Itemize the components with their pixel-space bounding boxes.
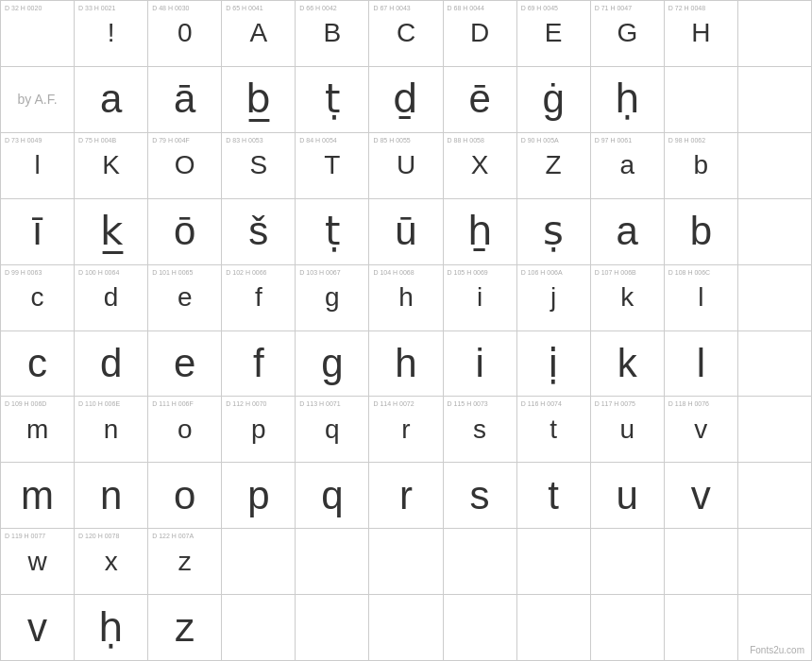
glyph-cell: a bbox=[75, 67, 148, 133]
cell-glyph-large: n bbox=[100, 476, 122, 516]
glyph-cell: e bbox=[148, 331, 222, 398]
cell-glyph-small: A bbox=[249, 20, 267, 46]
glyph-grid: D 32 H 0020D 33 H 0021!D 48 H 00300D 65 … bbox=[0, 0, 812, 661]
cell-glyph-large: ā bbox=[174, 79, 195, 119]
glyph-cell: z bbox=[148, 595, 222, 661]
glyph-cell bbox=[444, 595, 517, 661]
glyph-cell: ṭ bbox=[296, 199, 369, 265]
glyph-cell: by A.F. bbox=[1, 67, 75, 133]
cell-glyph-small: a bbox=[619, 152, 634, 178]
cell-glyph-large: ḥ bbox=[615, 79, 640, 119]
glyph-cell bbox=[738, 67, 812, 133]
glyph-cell: D 73 H 0049l bbox=[1, 133, 75, 199]
glyph-cell: u bbox=[591, 463, 665, 529]
cell-glyph-small: x bbox=[105, 549, 118, 575]
glyph-cell bbox=[738, 1, 812, 67]
cell-glyph-large: ḏ bbox=[393, 79, 418, 119]
glyph-cell bbox=[738, 199, 812, 265]
glyph-cell: D 97 H 0061a bbox=[591, 133, 665, 199]
cell-meta-label: D 113 H 0071 bbox=[299, 399, 340, 408]
cell-meta-label: D 116 H 0074 bbox=[521, 399, 562, 408]
glyph-cell: D 83 H 0053S bbox=[222, 133, 296, 199]
cell-glyph-large: ẖ bbox=[467, 212, 493, 251]
glyph-cell: D 103 H 0067g bbox=[296, 265, 369, 331]
glyph-cell bbox=[444, 529, 517, 595]
glyph-cell: D 106 H 006Aj bbox=[517, 265, 591, 331]
cell-meta-label: D 101 H 0065 bbox=[152, 268, 193, 277]
glyph-cell: m bbox=[1, 463, 75, 529]
cell-meta-label: D 109 H 006D bbox=[5, 399, 46, 408]
glyph-cell: ṭ bbox=[296, 67, 369, 133]
glyph-cell: D 116 H 0074t bbox=[517, 397, 591, 463]
glyph-cell: a bbox=[591, 199, 665, 265]
glyph-cell: k bbox=[591, 331, 665, 398]
glyph-cell: D 65 H 0041A bbox=[222, 1, 296, 67]
glyph-cell: p bbox=[222, 463, 296, 529]
glyph-cell: D 110 H 006En bbox=[75, 397, 148, 463]
glyph-cell: ō bbox=[148, 199, 222, 265]
cell-glyph-large: v bbox=[691, 476, 711, 516]
glyph-cell: D 84 H 0054T bbox=[296, 133, 369, 199]
cell-glyph-small: H bbox=[691, 20, 710, 46]
cell-glyph-large: b̲ bbox=[245, 79, 271, 119]
glyph-cell: D 105 H 0069i bbox=[444, 265, 517, 331]
glyph-cell: D 79 H 004FO bbox=[148, 133, 222, 199]
cell-glyph-large: ġ bbox=[542, 79, 564, 119]
glyph-cell bbox=[369, 529, 443, 595]
glyph-cell: v bbox=[665, 463, 738, 529]
cell-glyph-large: ṭ bbox=[325, 212, 340, 251]
glyph-cell: i bbox=[444, 331, 517, 398]
cell-glyph-large: d bbox=[100, 344, 122, 383]
cell-glyph-large: š bbox=[248, 212, 268, 251]
glyph-cell: D 101 H 0065e bbox=[148, 265, 222, 331]
glyph-cell: D 32 H 0020 bbox=[1, 1, 75, 67]
cell-glyph-small: g bbox=[325, 284, 340, 311]
cell-glyph-small: l bbox=[34, 152, 40, 178]
glyph-cell: D 115 H 0073s bbox=[444, 397, 517, 463]
glyph-cell bbox=[738, 529, 812, 595]
glyph-cell: ẖ bbox=[444, 199, 517, 265]
glyph-cell bbox=[738, 463, 812, 529]
cell-glyph-large: g bbox=[321, 344, 343, 383]
glyph-cell: D 88 H 0058X bbox=[444, 133, 517, 199]
glyph-cell: D 114 H 0072r bbox=[369, 397, 443, 463]
cell-glyph-large: q bbox=[321, 476, 343, 516]
cell-glyph-small: w bbox=[27, 549, 46, 575]
cell-glyph-large: k̲ bbox=[100, 212, 123, 251]
glyph-cell: r bbox=[369, 463, 443, 529]
cell-glyph-large: k bbox=[617, 344, 637, 383]
cell-glyph-large: u bbox=[617, 476, 638, 516]
glyph-cell: k̲ bbox=[75, 199, 148, 265]
glyph-cell: ḏ bbox=[369, 67, 443, 133]
glyph-cell: D 71 H 0047G bbox=[591, 1, 665, 67]
cell-glyph-small: K bbox=[102, 152, 120, 178]
cell-glyph-small: U bbox=[397, 152, 415, 178]
cell-glyph-small: 0 bbox=[178, 20, 193, 46]
cell-glyph-large: t bbox=[548, 476, 559, 516]
cell-glyph-large: f bbox=[253, 344, 264, 383]
cell-glyph-small: ! bbox=[108, 20, 115, 46]
glyph-cell: c bbox=[1, 331, 75, 398]
cell-glyph-large: ū bbox=[395, 212, 416, 251]
glyph-cell: D 48 H 00300 bbox=[148, 1, 222, 67]
cell-glyph-large: c bbox=[27, 344, 47, 383]
glyph-cell: D 100 H 0064d bbox=[75, 265, 148, 331]
glyph-cell bbox=[296, 595, 369, 661]
glyph-cell: D 99 H 0063c bbox=[1, 265, 75, 331]
glyph-cell: b̲ bbox=[222, 67, 296, 133]
glyph-cell: h bbox=[369, 331, 443, 398]
cell-meta-label: D 111 H 006F bbox=[152, 399, 194, 408]
glyph-cell bbox=[222, 595, 296, 661]
cell-meta-label: D 115 H 0073 bbox=[448, 399, 488, 408]
glyph-cell: D 67 H 0043C bbox=[369, 1, 443, 67]
cell-glyph-small: C bbox=[397, 20, 415, 46]
cell-glyph-small: s bbox=[473, 416, 486, 443]
cell-glyph-small: t bbox=[550, 416, 557, 443]
cell-glyph-small: f bbox=[255, 284, 262, 311]
glyph-cell bbox=[738, 133, 812, 199]
cell-meta-label: D 79 H 004F bbox=[152, 136, 190, 144]
cell-glyph-small: d bbox=[104, 284, 119, 311]
glyph-cell: ị bbox=[517, 331, 591, 398]
glyph-cell: D 69 H 0045E bbox=[517, 1, 591, 67]
glyph-cell: D 66 H 0042B bbox=[296, 1, 369, 67]
